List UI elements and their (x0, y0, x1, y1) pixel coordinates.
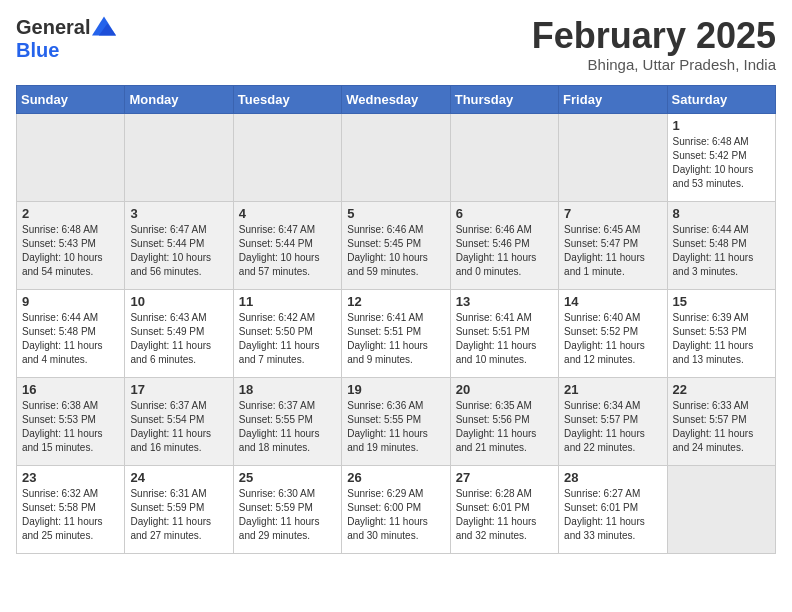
day-number: 28 (564, 470, 661, 485)
calendar-cell: 27Sunrise: 6:28 AM Sunset: 6:01 PM Dayli… (450, 465, 558, 553)
calendar-cell: 24Sunrise: 6:31 AM Sunset: 5:59 PM Dayli… (125, 465, 233, 553)
calendar-week-1: 1Sunrise: 6:48 AM Sunset: 5:42 PM Daylig… (17, 113, 776, 201)
header: General Blue February 2025 Bhinga, Uttar… (16, 16, 776, 73)
calendar-cell: 14Sunrise: 6:40 AM Sunset: 5:52 PM Dayli… (559, 289, 667, 377)
day-info: Sunrise: 6:37 AM Sunset: 5:54 PM Dayligh… (130, 399, 227, 455)
calendar-cell: 5Sunrise: 6:46 AM Sunset: 5:45 PM Daylig… (342, 201, 450, 289)
day-number: 14 (564, 294, 661, 309)
calendar-header-thursday: Thursday (450, 85, 558, 113)
day-info: Sunrise: 6:46 AM Sunset: 5:46 PM Dayligh… (456, 223, 553, 279)
day-info: Sunrise: 6:41 AM Sunset: 5:51 PM Dayligh… (456, 311, 553, 367)
calendar-cell: 18Sunrise: 6:37 AM Sunset: 5:55 PM Dayli… (233, 377, 341, 465)
calendar-cell: 16Sunrise: 6:38 AM Sunset: 5:53 PM Dayli… (17, 377, 125, 465)
calendar-cell: 9Sunrise: 6:44 AM Sunset: 5:48 PM Daylig… (17, 289, 125, 377)
day-number: 24 (130, 470, 227, 485)
day-number: 20 (456, 382, 553, 397)
calendar-cell (667, 465, 775, 553)
day-info: Sunrise: 6:40 AM Sunset: 5:52 PM Dayligh… (564, 311, 661, 367)
day-info: Sunrise: 6:47 AM Sunset: 5:44 PM Dayligh… (239, 223, 336, 279)
day-info: Sunrise: 6:27 AM Sunset: 6:01 PM Dayligh… (564, 487, 661, 543)
day-number: 22 (673, 382, 770, 397)
day-number: 9 (22, 294, 119, 309)
day-number: 18 (239, 382, 336, 397)
day-number: 5 (347, 206, 444, 221)
calendar-header-saturday: Saturday (667, 85, 775, 113)
day-info: Sunrise: 6:43 AM Sunset: 5:49 PM Dayligh… (130, 311, 227, 367)
calendar-cell (450, 113, 558, 201)
day-number: 6 (456, 206, 553, 221)
logo-blue-text: Blue (16, 39, 59, 62)
day-number: 23 (22, 470, 119, 485)
day-number: 1 (673, 118, 770, 133)
calendar-header-monday: Monday (125, 85, 233, 113)
calendar-cell: 26Sunrise: 6:29 AM Sunset: 6:00 PM Dayli… (342, 465, 450, 553)
day-info: Sunrise: 6:29 AM Sunset: 6:00 PM Dayligh… (347, 487, 444, 543)
calendar-cell: 13Sunrise: 6:41 AM Sunset: 5:51 PM Dayli… (450, 289, 558, 377)
day-info: Sunrise: 6:36 AM Sunset: 5:55 PM Dayligh… (347, 399, 444, 455)
logo-general-text: General (16, 16, 90, 39)
day-number: 16 (22, 382, 119, 397)
calendar-week-5: 23Sunrise: 6:32 AM Sunset: 5:58 PM Dayli… (17, 465, 776, 553)
calendar-cell: 23Sunrise: 6:32 AM Sunset: 5:58 PM Dayli… (17, 465, 125, 553)
day-number: 2 (22, 206, 119, 221)
location-text: Bhinga, Uttar Pradesh, India (532, 56, 776, 73)
calendar-cell: 12Sunrise: 6:41 AM Sunset: 5:51 PM Dayli… (342, 289, 450, 377)
day-number: 15 (673, 294, 770, 309)
calendar-cell: 7Sunrise: 6:45 AM Sunset: 5:47 PM Daylig… (559, 201, 667, 289)
day-info: Sunrise: 6:32 AM Sunset: 5:58 PM Dayligh… (22, 487, 119, 543)
calendar-cell (17, 113, 125, 201)
calendar-table: SundayMondayTuesdayWednesdayThursdayFrid… (16, 85, 776, 554)
day-number: 3 (130, 206, 227, 221)
day-number: 11 (239, 294, 336, 309)
day-number: 26 (347, 470, 444, 485)
calendar-cell: 1Sunrise: 6:48 AM Sunset: 5:42 PM Daylig… (667, 113, 775, 201)
day-info: Sunrise: 6:31 AM Sunset: 5:59 PM Dayligh… (130, 487, 227, 543)
day-number: 8 (673, 206, 770, 221)
day-number: 13 (456, 294, 553, 309)
day-info: Sunrise: 6:45 AM Sunset: 5:47 PM Dayligh… (564, 223, 661, 279)
calendar-cell (559, 113, 667, 201)
day-info: Sunrise: 6:39 AM Sunset: 5:53 PM Dayligh… (673, 311, 770, 367)
day-info: Sunrise: 6:41 AM Sunset: 5:51 PM Dayligh… (347, 311, 444, 367)
calendar-header-row: SundayMondayTuesdayWednesdayThursdayFrid… (17, 85, 776, 113)
day-number: 21 (564, 382, 661, 397)
day-info: Sunrise: 6:34 AM Sunset: 5:57 PM Dayligh… (564, 399, 661, 455)
calendar-cell: 8Sunrise: 6:44 AM Sunset: 5:48 PM Daylig… (667, 201, 775, 289)
logo-icon (92, 16, 116, 36)
day-number: 10 (130, 294, 227, 309)
calendar-week-2: 2Sunrise: 6:48 AM Sunset: 5:43 PM Daylig… (17, 201, 776, 289)
day-info: Sunrise: 6:35 AM Sunset: 5:56 PM Dayligh… (456, 399, 553, 455)
day-info: Sunrise: 6:42 AM Sunset: 5:50 PM Dayligh… (239, 311, 336, 367)
day-info: Sunrise: 6:47 AM Sunset: 5:44 PM Dayligh… (130, 223, 227, 279)
day-info: Sunrise: 6:37 AM Sunset: 5:55 PM Dayligh… (239, 399, 336, 455)
day-info: Sunrise: 6:33 AM Sunset: 5:57 PM Dayligh… (673, 399, 770, 455)
calendar-cell: 3Sunrise: 6:47 AM Sunset: 5:44 PM Daylig… (125, 201, 233, 289)
calendar-week-4: 16Sunrise: 6:38 AM Sunset: 5:53 PM Dayli… (17, 377, 776, 465)
calendar-cell: 20Sunrise: 6:35 AM Sunset: 5:56 PM Dayli… (450, 377, 558, 465)
calendar-cell: 25Sunrise: 6:30 AM Sunset: 5:59 PM Dayli… (233, 465, 341, 553)
logo: General Blue (16, 16, 116, 62)
day-number: 27 (456, 470, 553, 485)
day-number: 17 (130, 382, 227, 397)
calendar-cell: 2Sunrise: 6:48 AM Sunset: 5:43 PM Daylig… (17, 201, 125, 289)
day-number: 7 (564, 206, 661, 221)
calendar-cell: 17Sunrise: 6:37 AM Sunset: 5:54 PM Dayli… (125, 377, 233, 465)
calendar-header-sunday: Sunday (17, 85, 125, 113)
calendar-cell: 6Sunrise: 6:46 AM Sunset: 5:46 PM Daylig… (450, 201, 558, 289)
title-area: February 2025 Bhinga, Uttar Pradesh, Ind… (532, 16, 776, 73)
calendar-cell: 15Sunrise: 6:39 AM Sunset: 5:53 PM Dayli… (667, 289, 775, 377)
day-info: Sunrise: 6:44 AM Sunset: 5:48 PM Dayligh… (22, 311, 119, 367)
calendar-cell: 10Sunrise: 6:43 AM Sunset: 5:49 PM Dayli… (125, 289, 233, 377)
day-number: 4 (239, 206, 336, 221)
calendar-header-wednesday: Wednesday (342, 85, 450, 113)
calendar-cell: 28Sunrise: 6:27 AM Sunset: 6:01 PM Dayli… (559, 465, 667, 553)
calendar-cell: 4Sunrise: 6:47 AM Sunset: 5:44 PM Daylig… (233, 201, 341, 289)
calendar-header-tuesday: Tuesday (233, 85, 341, 113)
calendar-cell: 19Sunrise: 6:36 AM Sunset: 5:55 PM Dayli… (342, 377, 450, 465)
day-number: 19 (347, 382, 444, 397)
day-number: 25 (239, 470, 336, 485)
day-info: Sunrise: 6:38 AM Sunset: 5:53 PM Dayligh… (22, 399, 119, 455)
day-info: Sunrise: 6:48 AM Sunset: 5:42 PM Dayligh… (673, 135, 770, 191)
day-info: Sunrise: 6:46 AM Sunset: 5:45 PM Dayligh… (347, 223, 444, 279)
month-title: February 2025 (532, 16, 776, 56)
